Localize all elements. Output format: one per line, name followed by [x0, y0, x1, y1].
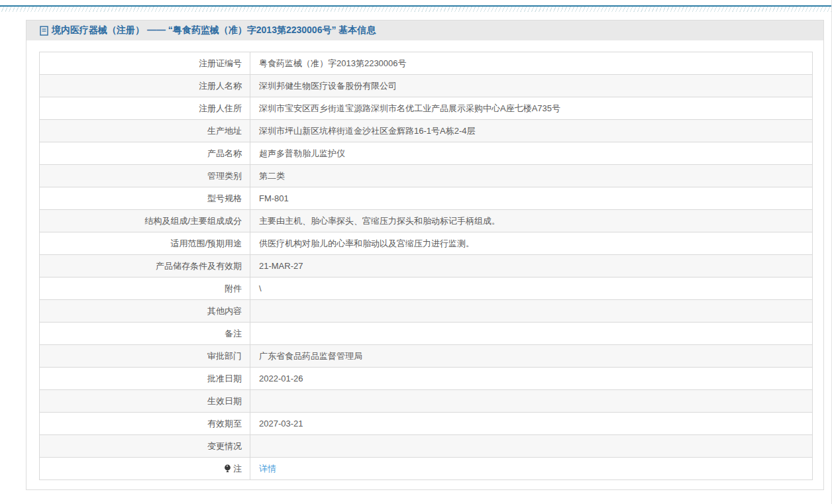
table-row: 产品名称超声多普勒胎儿监护仪 — [40, 142, 813, 165]
row-value-cell — [250, 435, 813, 458]
info-table-body: 注册证编号粤食药监械（准）字2013第2230006号注册人名称深圳邦健生物医疗… — [40, 52, 813, 480]
row-label: 生效日期 — [207, 396, 242, 406]
top-decoration — [0, 5, 832, 12]
row-label-cell: 附件 — [40, 277, 250, 300]
row-label-cell: 产品名称 — [40, 142, 250, 165]
row-value-cell: 深圳市宝安区西乡街道宝源路深圳市名优工业产品展示采购中心A座七楼A735号 — [250, 97, 813, 120]
row-label-cell: 注册人住所 — [40, 97, 250, 120]
row-label-cell: 型号规格 — [40, 187, 250, 210]
row-label-cell: 审批部门 — [40, 345, 250, 368]
row-value: 21-MAR-27 — [259, 261, 303, 271]
row-value: 主要由主机、胎心率探头、宫缩压力探头和胎动标记手柄组成。 — [259, 216, 500, 226]
row-label: 注册人名称 — [199, 81, 242, 91]
row-label-cell: 批准日期 — [40, 368, 250, 390]
row-label-cell: 注册人名称 — [40, 75, 250, 97]
row-value-cell — [250, 323, 813, 345]
row-label: 适用范围/预期用途 — [170, 238, 242, 248]
row-label-cell: 生效日期 — [40, 390, 250, 413]
table-row: 注册人名称深圳邦健生物医疗设备股份有限公司 — [40, 75, 813, 97]
row-label: 变更情况 — [207, 441, 242, 451]
details-link[interactable]: 详情 — [259, 464, 276, 474]
row-value-cell: 详情 — [250, 458, 813, 480]
table-row: 有效期至2027-03-21 — [40, 413, 813, 435]
table-row: 批准日期2022-01-26 — [40, 368, 813, 390]
table-row: 管理类别第二类 — [40, 165, 813, 187]
row-label-cell: 适用范围/预期用途 — [40, 232, 250, 255]
row-value-cell: 2022-01-26 — [250, 368, 813, 390]
panel-title-bar: 境内医疗器械（注册） —— “粤食药监械（准）字2013第2230006号” 基… — [26, 21, 823, 40]
row-value-cell: 21-MAR-27 — [250, 255, 813, 277]
table-row: 生产地址深圳市坪山新区坑梓街道金沙社区金辉路16-1号A栋2-4层 — [40, 120, 813, 142]
row-label: 备注 — [225, 328, 242, 338]
row-value-cell — [250, 390, 813, 413]
row-value-cell: 供医疗机构对胎儿的心率和胎动以及宫缩压力进行监测。 — [250, 232, 813, 255]
row-value: 2027-03-21 — [259, 419, 303, 428]
table-row: 注册证编号粤食药监械（准）字2013第2230006号 — [40, 52, 813, 75]
row-value: 第二类 — [259, 171, 285, 181]
row-label-cell: 结构及组成/主要组成成分 — [40, 210, 250, 232]
row-value-cell: 2027-03-21 — [250, 413, 813, 435]
table-row: 产品储存条件及有效期21-MAR-27 — [40, 255, 813, 277]
table-row: 生效日期 — [40, 390, 813, 413]
row-label: 附件 — [225, 283, 242, 293]
row-value-cell: FM-801 — [250, 187, 813, 210]
row-label: 注 — [233, 464, 242, 474]
row-label: 结构及组成/主要组成成分 — [144, 216, 242, 226]
row-value-cell: 主要由主机、胎心率探头、宫缩压力探头和胎动标记手柄组成。 — [250, 210, 813, 232]
row-value-cell: 第二类 — [250, 165, 813, 187]
row-label-cell: 注 — [40, 458, 250, 480]
row-value-cell: 深圳邦健生物医疗设备股份有限公司 — [250, 75, 813, 97]
table-row: 适用范围/预期用途供医疗机构对胎儿的心率和胎动以及宫缩压力进行监测。 — [40, 232, 813, 255]
row-value: 粤食药监械（准）字2013第2230006号 — [259, 58, 407, 68]
row-value: 供医疗机构对胎儿的心率和胎动以及宫缩压力进行监测。 — [259, 238, 474, 248]
row-label: 有效期至 — [207, 419, 242, 428]
row-value-cell: \ — [250, 277, 813, 300]
row-label: 审批部门 — [207, 351, 242, 361]
row-label: 批准日期 — [207, 374, 242, 383]
row-label: 生产地址 — [207, 126, 242, 136]
table-row: 注册人住所深圳市宝安区西乡街道宝源路深圳市名优工业产品展示采购中心A座七楼A73… — [40, 97, 813, 120]
row-value: 2022-01-26 — [259, 374, 303, 383]
row-label-cell: 管理类别 — [40, 165, 250, 187]
row-value-cell: 深圳市坪山新区坑梓街道金沙社区金辉路16-1号A栋2-4层 — [250, 120, 813, 142]
row-label: 产品名称 — [207, 148, 242, 158]
table-row: 其他内容 — [40, 300, 813, 323]
row-label-cell: 产品储存条件及有效期 — [40, 255, 250, 277]
row-value-cell — [250, 300, 813, 323]
table-row: 附件\ — [40, 277, 813, 300]
table-row: 注详情 — [40, 458, 813, 480]
table-row: 结构及组成/主要组成成分主要由主机、胎心率探头、宫缩压力探头和胎动标记手柄组成。 — [40, 210, 813, 232]
row-value-cell: 广东省食品药品监督管理局 — [250, 345, 813, 368]
page-title: 境内医疗器械（注册） —— “粤食药监械（准）字2013第2230006号” 基… — [52, 25, 376, 36]
row-value: \ — [259, 283, 262, 293]
row-value: 深圳邦健生物医疗设备股份有限公司 — [259, 81, 397, 91]
info-table: 注册证编号粤食药监械（准）字2013第2230006号注册人名称深圳邦健生物医疗… — [39, 52, 813, 480]
row-value: FM-801 — [259, 193, 289, 203]
registration-info-panel: 境内医疗器械（注册） —— “粤食药监械（准）字2013第2230006号” 基… — [26, 20, 824, 490]
row-label: 注册证编号 — [199, 58, 242, 68]
row-label-cell: 注册证编号 — [40, 52, 250, 75]
top-hatch-pattern — [0, 7, 832, 12]
row-value-cell: 超声多普勒胎儿监护仪 — [250, 142, 813, 165]
row-label: 型号规格 — [207, 193, 242, 203]
row-value: 广东省食品药品监督管理局 — [259, 351, 362, 361]
note-balloon-icon — [224, 464, 231, 473]
row-label: 其他内容 — [207, 306, 242, 316]
row-value: 深圳市宝安区西乡街道宝源路深圳市名优工业产品展示采购中心A座七楼A735号 — [259, 103, 560, 113]
row-value: 超声多普勒胎儿监护仪 — [259, 148, 345, 158]
row-label-cell: 有效期至 — [40, 413, 250, 435]
table-row: 审批部门广东省食品药品监督管理局 — [40, 345, 813, 368]
table-row: 型号规格FM-801 — [40, 187, 813, 210]
document-icon — [40, 26, 48, 36]
row-value: 深圳市坪山新区坑梓街道金沙社区金辉路16-1号A栋2-4层 — [259, 126, 475, 136]
row-label-cell: 备注 — [40, 323, 250, 345]
table-row: 变更情况 — [40, 435, 813, 458]
row-label: 注册人住所 — [199, 103, 242, 113]
row-label-cell: 变更情况 — [40, 435, 250, 458]
row-label: 管理类别 — [207, 171, 242, 181]
row-label-cell: 其他内容 — [40, 300, 250, 323]
row-label-cell: 生产地址 — [40, 120, 250, 142]
row-label: 产品储存条件及有效期 — [156, 261, 242, 271]
table-row: 备注 — [40, 323, 813, 345]
row-value-cell: 粤食药监械（准）字2013第2230006号 — [250, 52, 813, 75]
